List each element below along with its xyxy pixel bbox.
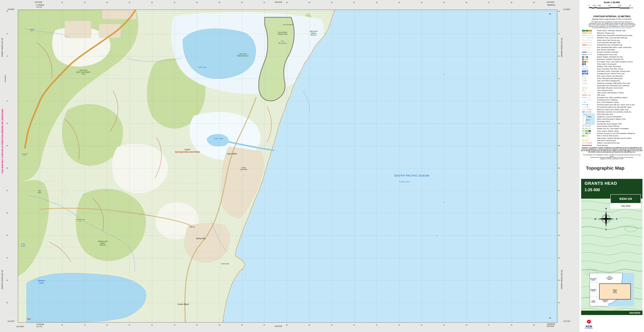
legend-symbols: ▲◉π: [581, 73, 597, 74]
grid-number: 14: [558, 33, 560, 35]
legend-symbol: [585, 128, 588, 129]
legend-symbols: ▪W▪PO▪S: [581, 68, 597, 70]
scale-bar: [589, 7, 630, 9]
legend-row: Runway: centreline, perimeter: [581, 51, 643, 53]
legend-row: PCPolice station; Coast guard: [581, 63, 643, 65]
legend-row: Swamp: wet, dry; Land subject to inundat…: [581, 127, 643, 130]
legend-symbol: ⊞: [592, 37, 593, 39]
legend-symbol: [585, 135, 588, 137]
grid-number: 03: [558, 279, 560, 281]
legend-symbol: A: [582, 58, 584, 60]
legend-symbol: [587, 109, 592, 110]
legend-symbol: [582, 97, 587, 98]
legend-symbols: PC: [581, 63, 597, 65]
legend-symbol: [585, 130, 588, 132]
margin-annotation: 500000mE: [547, 4, 555, 6]
legend-symbol: [582, 145, 592, 146]
legend-symbol: ⊥: [585, 75, 586, 77]
legend-symbol: ▪PO: [584, 68, 586, 70]
grid-number: 14: [6, 33, 8, 35]
legend-symbol: Ⓗ: [584, 56, 586, 58]
legend-symbol: ──┼──: [587, 47, 591, 48]
legend-symbols: ✈ⒽR: [581, 56, 597, 58]
waratah-icon: [586, 319, 592, 325]
legend-row: Track (vehicular) with gate; Path: [581, 42, 643, 44]
margin-annotation: 477000mE: [36, 323, 44, 325]
legend-symbol: F: [582, 61, 584, 63]
legend-label: Restricted Area: [597, 144, 608, 146]
legend-symbols: △†✕: [581, 78, 597, 79]
map-label: 95: [443, 202, 445, 203]
grid-number: 91: [354, 2, 355, 3]
legend-symbols: — · —DP329 1: [581, 137, 597, 139]
index-map-cell: LAURIETON 9434-1S: [602, 300, 608, 302]
logo-sub: GOVERNMENT: [583, 328, 595, 329]
map-label: Bobs Creek: [21, 243, 25, 247]
legend-label: State forest; National park: [597, 140, 616, 141]
legend-symbol: [582, 38, 587, 38]
grid-number: 81: [129, 2, 130, 3]
legend-symbol: [587, 54, 592, 55]
legend-row: ─┼─┼─┄┼┄┼┄Rail: disused, dismantled: [581, 49, 643, 51]
margin-annotation: 152°45'00": [16, 325, 24, 327]
grid-number: 08: [558, 167, 560, 169]
map-label: Queens Lake Nature Reserve: [98, 240, 108, 246]
grid-number: 79: [84, 324, 86, 326]
legend-symbol: ●: [583, 101, 584, 103]
map-label: Lake Cathie: [214, 137, 223, 140]
legend-symbols: ●●✚⬩: [581, 101, 597, 103]
legend-row: ⚑●⊥Golf course; Historic site; Monument: [581, 75, 643, 77]
margin-annotation: 152°52'30": [274, 1, 282, 3]
grid-number: 11: [558, 100, 560, 102]
legend-label: Waterbody: perennial, non perennial, mai…: [597, 111, 631, 113]
legend-label: Perennial watercourse with lock, barrier…: [597, 104, 634, 106]
scale-tick: 0.23: [593, 5, 596, 7]
legend-row: ──○────┼──Rail: operational with station…: [581, 46, 643, 49]
legend-symbol: [582, 143, 587, 143]
legend-symbol: [585, 140, 588, 141]
copyright-link-pre: For current information go to: [592, 27, 609, 29]
legend-label: Tower; Wind generator; Wind pump: [597, 78, 622, 79]
legend-symbols: ──○────┼──: [581, 47, 597, 48]
legend-symbol: ▦: [586, 70, 588, 72]
legend-symbol: [585, 125, 588, 127]
datum-bar: GDA2020: [581, 311, 642, 315]
legend-symbol: LS: [586, 58, 588, 60]
legend-symbols: [581, 128, 597, 129]
doc-type-title: Topographic Map: [586, 165, 624, 171]
legend-row: Ω✳✕Cave; Pinnacle; Rock: [581, 89, 643, 92]
legend-row: State forest; National park: [581, 139, 643, 142]
legend-row: ▲◉πCamping ground; Lookout; Picnic area: [581, 72, 643, 75]
map-canvas[interactable]: Cowarra S.F.Lake Innes State Conservatio…: [18, 10, 557, 322]
scale-tick: 0.9: [608, 5, 610, 7]
legend-symbol: ✚: [584, 101, 586, 103]
compass-rose: [597, 210, 615, 228]
margin-annotation: GRANTS HEAD 9434-1N: [561, 270, 562, 289]
legend-label: Suburb; Local government area: [597, 142, 620, 144]
legend-symbol: +: [585, 87, 586, 89]
grid-number: 86: [241, 2, 243, 3]
grid-number: 05: [558, 235, 560, 236]
legend-row: FFSFire station: urban, rural; State eme…: [581, 60, 643, 63]
legend-symbol: [588, 133, 591, 134]
legend-row: ▌◖Perennial watercourse with lock, barri…: [581, 104, 643, 106]
nsw-government-logo: NSW GOVERNMENT: [583, 319, 595, 329]
grid-number: 97: [488, 2, 490, 3]
grid-number: 03: [6, 279, 8, 281]
legend-label: Arterial road; Sub arterial road with le…: [597, 35, 632, 36]
grid-number: 92: [376, 2, 378, 3]
grid-number: 85: [218, 2, 220, 3]
map-label: Lake Innes State Conservation Area: [76, 69, 90, 75]
grid-number: 96: [466, 2, 468, 3]
grid-number: 07: [6, 190, 8, 191]
legend-label: Cliff; Levee: [597, 94, 605, 96]
legend-row: ▪W▪PO▪SPlace of worship; Post office; Sc…: [581, 68, 643, 70]
legend-symbol: ▲: [586, 87, 588, 89]
legend-symbol: □: [583, 80, 584, 82]
legend-symbol: [582, 35, 587, 36]
legend-symbols: A✚LS: [581, 58, 597, 60]
legend-symbol: •512: [582, 87, 584, 89]
legend-list: ⚓ ✶ ✶ ⁂ ⁂ M1A32B79Route marker: motorway…: [581, 30, 643, 147]
copyright-link[interactable]: https://www.spatial.nsw.gov.au/copyright: [609, 27, 632, 29]
legend-symbols: ○□⚒: [581, 80, 597, 82]
